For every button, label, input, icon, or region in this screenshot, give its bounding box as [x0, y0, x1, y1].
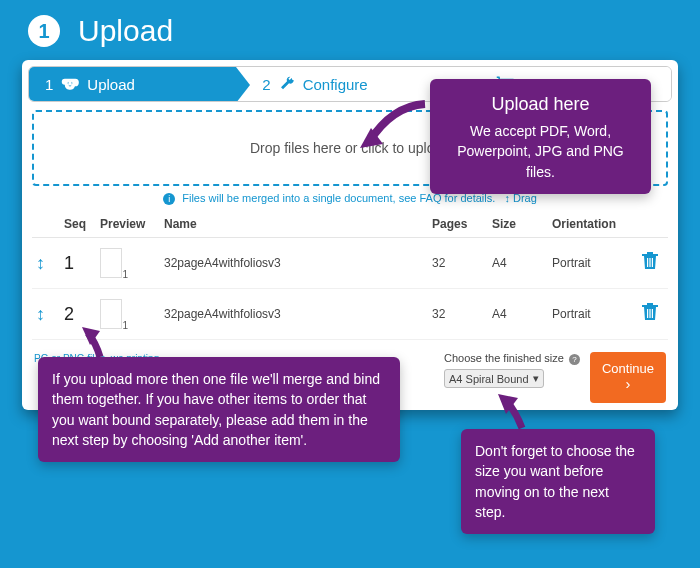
trash-icon[interactable] [642, 254, 658, 274]
svg-rect-3 [649, 258, 650, 267]
table-row: ↕ 1 1 32pageA4withfoliosv3 32 A4 Portrai… [32, 238, 668, 289]
step-upload[interactable]: 1 Upload [29, 67, 236, 101]
info-icon: i [163, 193, 175, 205]
size-select[interactable]: A4 Spiral Bound ▾ [444, 369, 544, 388]
wrench-icon [279, 76, 295, 92]
col-pages: Pages [428, 211, 488, 238]
orientation-value: Portrait [548, 289, 638, 340]
callout-arrow-upload [357, 98, 427, 153]
step-num-1: 1 [45, 76, 53, 93]
svg-rect-2 [647, 258, 648, 267]
step-num-2: 2 [262, 76, 270, 93]
svg-rect-4 [652, 258, 653, 267]
size-label: Choose the finished size [444, 352, 564, 364]
seq-value: 1 [64, 253, 74, 273]
size-value: A4 [488, 289, 548, 340]
col-size: Size [488, 211, 548, 238]
col-name: Name [160, 211, 428, 238]
file-name: 32pageA4withfoliosv3 [160, 238, 428, 289]
pages-value: 32 [428, 289, 488, 340]
drag-handle-icon[interactable]: ↕ [36, 304, 45, 324]
size-select-value: A4 Spiral Bound [449, 373, 529, 385]
svg-rect-6 [649, 309, 650, 318]
size-value: A4 [488, 238, 548, 289]
pages-value: 32 [428, 238, 488, 289]
callout-merge-body: If you upload more then one file we'll m… [52, 369, 386, 450]
page-title: Upload [78, 14, 173, 48]
callout-size: Don't forget to choose the size you want… [461, 429, 655, 534]
chevron-down-icon: ▾ [533, 372, 539, 385]
chevron-right-icon: › [625, 376, 630, 393]
callout-upload: Upload here We accept PDF, Word, Powerpo… [430, 79, 651, 194]
orientation-value: Portrait [548, 238, 638, 289]
callout-upload-title: Upload here [444, 91, 637, 117]
cloud-upload-icon [61, 77, 79, 91]
trash-icon[interactable] [642, 305, 658, 325]
size-chooser: Choose the finished size ? A4 Spiral Bou… [444, 352, 580, 388]
help-icon[interactable]: ? [569, 354, 580, 365]
files-table: Seq Preview Name Pages Size Orientation … [32, 211, 668, 340]
step-configure[interactable]: 2 Configure [236, 67, 453, 101]
callout-size-body: Don't forget to choose the size you want… [475, 441, 641, 522]
continue-button[interactable]: Continue › [590, 352, 666, 403]
continue-label: Continue [602, 362, 654, 376]
page-header: 1 Upload [0, 0, 700, 54]
file-name: 32pageA4withfoliosv3 [160, 289, 428, 340]
col-orientation: Orientation [548, 211, 638, 238]
page-number-badge: 1 [28, 15, 60, 47]
table-row: ↕ 2 1 32pageA4withfoliosv3 32 A4 Portrai… [32, 289, 668, 340]
preview-page: 1 [122, 269, 128, 280]
seq-value: 2 [64, 304, 74, 324]
callout-arrow-merge [80, 325, 120, 359]
callout-merge: If you upload more then one file we'll m… [38, 357, 400, 462]
step-label-upload: Upload [87, 76, 135, 93]
col-preview: Preview [96, 211, 160, 238]
svg-rect-5 [647, 309, 648, 318]
drag-handle-icon[interactable]: ↕ [36, 253, 45, 273]
preview-thumb[interactable]: 1 [100, 248, 122, 278]
svg-rect-7 [652, 309, 653, 318]
step-label-configure: Configure [303, 76, 368, 93]
preview-page: 1 [122, 320, 128, 331]
callout-arrow-size [494, 392, 534, 430]
callout-upload-body: We accept PDF, Word, Powerpoint, JPG and… [444, 121, 637, 182]
col-seq: Seq [60, 211, 96, 238]
